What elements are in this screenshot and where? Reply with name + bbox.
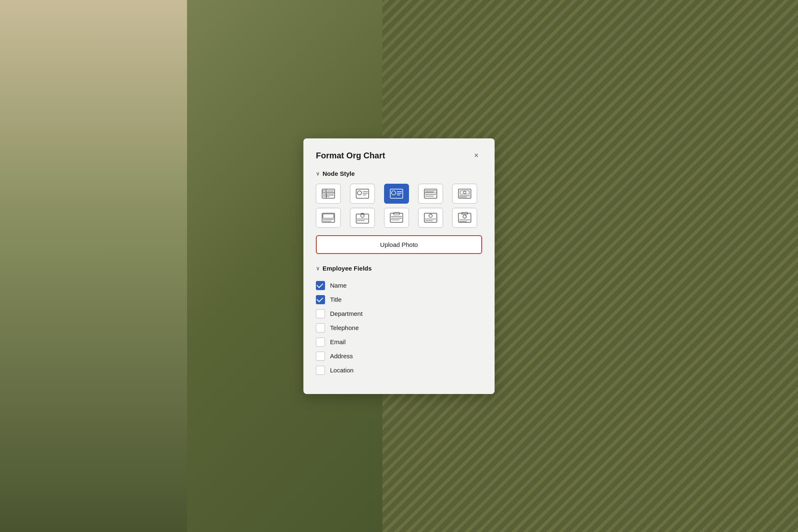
field-department-item: Department [316, 307, 482, 321]
svg-rect-31 [323, 214, 334, 218]
node-style-grid [316, 184, 482, 228]
field-email-label[interactable]: Email [330, 338, 346, 345]
node-style-icon-7[interactable] [350, 208, 375, 228]
field-address-checkbox[interactable] [316, 352, 325, 361]
field-title-label[interactable]: Title [330, 296, 342, 303]
field-telephone-checkbox[interactable] [316, 323, 325, 332]
svg-point-35 [361, 214, 364, 217]
node-style-icon-1[interactable] [316, 184, 341, 204]
employee-fields-section-title: Employee Fields [323, 265, 372, 272]
field-address-label[interactable]: Address [330, 352, 353, 360]
field-location-item: Location [316, 363, 482, 377]
close-button[interactable]: × [470, 150, 482, 162]
svg-rect-34 [356, 214, 369, 223]
employee-fields-section: ∨ Employee Fields Name Title Department … [316, 265, 482, 377]
field-location-checkbox[interactable] [316, 366, 325, 375]
node-style-icon-9[interactable] [418, 208, 443, 228]
panel-title: Format Org Chart [316, 151, 385, 160]
field-telephone-label[interactable]: Telephone [330, 324, 359, 331]
field-email-checkbox[interactable] [316, 337, 325, 347]
field-department-checkbox[interactable] [316, 309, 325, 318]
svg-rect-3 [323, 190, 325, 192]
node-style-icon-3[interactable] [384, 184, 409, 204]
field-name-checkbox[interactable] [316, 281, 325, 290]
employee-fields-chevron-icon: ∨ [316, 265, 320, 271]
node-style-icon-8[interactable] [384, 208, 409, 228]
svg-point-10 [357, 191, 362, 195]
node-style-icon-6[interactable] [316, 208, 341, 228]
field-email-item: Email [316, 335, 482, 349]
node-style-chevron-icon: ∨ [316, 170, 320, 177]
field-title-item: Title [316, 293, 482, 307]
field-department-label[interactable]: Department [330, 310, 362, 317]
svg-rect-14 [390, 189, 403, 198]
field-name-item: Name [316, 278, 482, 293]
bg-left [0, 0, 187, 532]
field-location-label[interactable]: Location [330, 367, 354, 374]
svg-point-15 [392, 191, 396, 195]
field-title-checkbox[interactable] [316, 295, 325, 304]
employee-fields-section-header: ∨ Employee Fields [316, 265, 482, 272]
node-style-icon-10[interactable] [452, 208, 477, 228]
panel-header: Format Org Chart × [316, 150, 482, 162]
svg-point-44 [429, 214, 432, 217]
format-org-chart-panel: Format Org Chart × ∨ Node Style [303, 138, 495, 394]
field-telephone-item: Telephone [316, 321, 482, 335]
svg-rect-9 [356, 189, 369, 198]
node-style-icon-4[interactable] [418, 184, 443, 204]
svg-rect-38 [390, 213, 403, 222]
node-style-section-title: Node Style [323, 170, 355, 177]
field-address-item: Address [316, 349, 482, 363]
svg-rect-43 [424, 213, 437, 222]
svg-point-27 [463, 191, 466, 194]
upload-photo-button[interactable]: Upload Photo [316, 235, 482, 254]
node-style-section-header: ∨ Node Style [316, 170, 482, 177]
field-name-label[interactable]: Name [330, 282, 347, 289]
svg-rect-39 [394, 212, 399, 215]
svg-point-49 [463, 215, 466, 218]
svg-rect-19 [424, 189, 437, 198]
node-style-icon-5[interactable] [452, 184, 477, 204]
node-style-icon-2[interactable] [350, 184, 375, 204]
